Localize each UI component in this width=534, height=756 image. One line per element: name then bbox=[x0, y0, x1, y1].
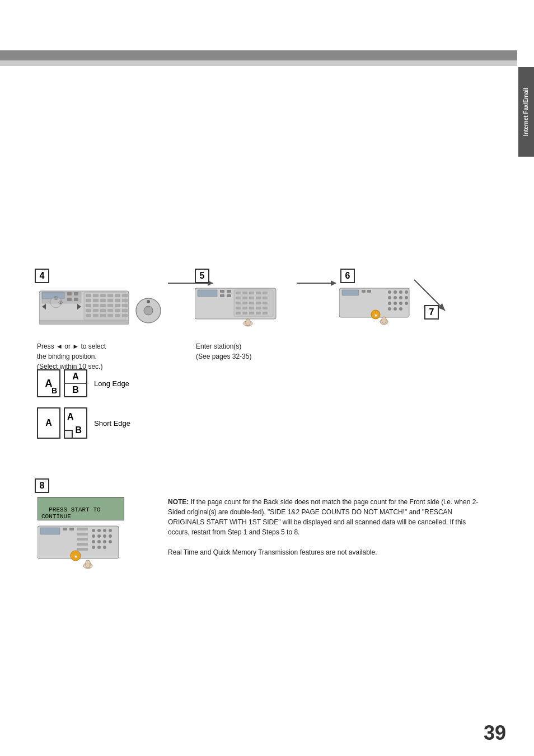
svg-rect-54 bbox=[236, 292, 241, 294]
svg-point-117 bbox=[109, 534, 112, 538]
svg-rect-129 bbox=[77, 548, 88, 551]
svg-rect-28 bbox=[100, 309, 106, 312]
svg-rect-12 bbox=[115, 294, 120, 297]
svg-text:★: ★ bbox=[374, 313, 378, 318]
svg-rect-24 bbox=[115, 304, 120, 307]
svg-point-122 bbox=[92, 546, 95, 549]
step4-device: ① ② bbox=[39, 285, 146, 338]
svg-point-123 bbox=[97, 546, 101, 549]
svg-rect-61 bbox=[249, 297, 254, 299]
svg-point-98 bbox=[394, 307, 397, 311]
svg-rect-10 bbox=[100, 294, 106, 297]
svg-rect-20 bbox=[86, 304, 91, 307]
svg-rect-83 bbox=[362, 290, 366, 293]
svg-point-113 bbox=[109, 529, 112, 532]
svg-rect-65 bbox=[242, 302, 247, 304]
svg-point-121 bbox=[109, 540, 112, 543]
svg-rect-109 bbox=[69, 528, 74, 530]
svg-rect-5 bbox=[67, 298, 72, 301]
svg-rect-108 bbox=[63, 528, 67, 530]
side-tab: Internet Fax/Email bbox=[518, 67, 534, 157]
long-edge-diagram: A B A B Long Edge bbox=[37, 369, 129, 397]
svg-rect-21 bbox=[93, 304, 99, 307]
svg-rect-68 bbox=[263, 302, 268, 304]
svg-rect-55 bbox=[242, 292, 247, 294]
svg-rect-64 bbox=[236, 302, 241, 304]
svg-point-93 bbox=[388, 302, 391, 305]
svg-point-85 bbox=[388, 290, 391, 294]
svg-rect-32 bbox=[86, 314, 91, 317]
svg-rect-25 bbox=[122, 304, 128, 307]
svg-rect-27 bbox=[93, 309, 99, 312]
svg-point-116 bbox=[103, 534, 106, 538]
svg-rect-74 bbox=[236, 312, 241, 314]
svg-rect-30 bbox=[115, 309, 120, 312]
svg-rect-19 bbox=[122, 299, 128, 302]
step8-device: ★ bbox=[38, 523, 130, 579]
svg-rect-127 bbox=[77, 538, 88, 541]
svg-point-86 bbox=[394, 290, 397, 294]
svg-rect-125 bbox=[77, 528, 88, 530]
svg-point-46 bbox=[147, 300, 150, 303]
svg-rect-48 bbox=[198, 290, 217, 297]
svg-rect-72 bbox=[256, 307, 261, 309]
svg-rect-22 bbox=[100, 304, 106, 307]
svg-rect-80 bbox=[246, 319, 250, 326]
note-text: If the page count for the Back side does… bbox=[168, 498, 478, 536]
svg-point-89 bbox=[388, 296, 391, 299]
svg-point-112 bbox=[103, 529, 106, 532]
svg-point-87 bbox=[399, 290, 402, 294]
step-6-box: 6 bbox=[340, 269, 355, 283]
svg-rect-67 bbox=[256, 302, 261, 304]
svg-rect-6 bbox=[74, 298, 78, 301]
svg-rect-49 bbox=[220, 290, 224, 293]
svg-rect-9 bbox=[93, 294, 99, 297]
svg-rect-60 bbox=[242, 297, 247, 299]
svg-rect-11 bbox=[107, 294, 113, 297]
arrow-5-to-6 bbox=[297, 283, 336, 284]
svg-rect-133 bbox=[86, 560, 90, 568]
svg-point-91 bbox=[399, 296, 402, 299]
svg-rect-50 bbox=[227, 290, 231, 293]
svg-rect-77 bbox=[256, 312, 261, 314]
svg-point-124 bbox=[103, 546, 106, 549]
svg-rect-31 bbox=[122, 309, 128, 312]
svg-rect-66 bbox=[249, 302, 254, 304]
svg-rect-35 bbox=[107, 314, 113, 317]
svg-rect-29 bbox=[107, 309, 113, 312]
long-edge-label: Long Edge bbox=[94, 379, 129, 388]
svg-rect-63 bbox=[263, 297, 268, 299]
svg-rect-82 bbox=[342, 290, 359, 295]
svg-point-94 bbox=[394, 302, 397, 305]
svg-rect-4 bbox=[74, 292, 78, 295]
svg-point-90 bbox=[394, 296, 397, 299]
svg-rect-14 bbox=[86, 299, 91, 302]
svg-rect-70 bbox=[242, 307, 247, 309]
svg-point-45 bbox=[144, 306, 153, 315]
svg-rect-15 bbox=[93, 299, 99, 302]
short-edge-label: Short Edge bbox=[94, 419, 130, 428]
svg-rect-128 bbox=[77, 543, 88, 546]
svg-rect-84 bbox=[367, 290, 371, 293]
step4-dial bbox=[134, 297, 162, 327]
svg-rect-33 bbox=[93, 314, 99, 317]
svg-text:②: ② bbox=[58, 300, 63, 306]
step5-text: Enter station(s)(See pages 32-35) bbox=[196, 341, 251, 361]
side-tab-text: Internet Fax/Email bbox=[523, 88, 530, 136]
svg-rect-62 bbox=[256, 297, 261, 299]
svg-point-110 bbox=[92, 529, 95, 532]
svg-rect-8 bbox=[86, 294, 91, 297]
step4-text: Press ◄ or ► to selectthe binding positi… bbox=[37, 341, 149, 372]
svg-rect-126 bbox=[77, 533, 88, 536]
svg-point-96 bbox=[405, 302, 408, 305]
svg-rect-58 bbox=[263, 292, 268, 294]
svg-rect-16 bbox=[100, 299, 106, 302]
svg-rect-3 bbox=[67, 292, 72, 295]
svg-text:★: ★ bbox=[74, 554, 78, 559]
svg-rect-37 bbox=[122, 314, 128, 317]
svg-rect-36 bbox=[115, 314, 120, 317]
svg-rect-13 bbox=[122, 294, 128, 297]
svg-rect-17 bbox=[107, 299, 113, 302]
svg-point-88 bbox=[405, 290, 408, 294]
svg-point-95 bbox=[399, 302, 402, 305]
